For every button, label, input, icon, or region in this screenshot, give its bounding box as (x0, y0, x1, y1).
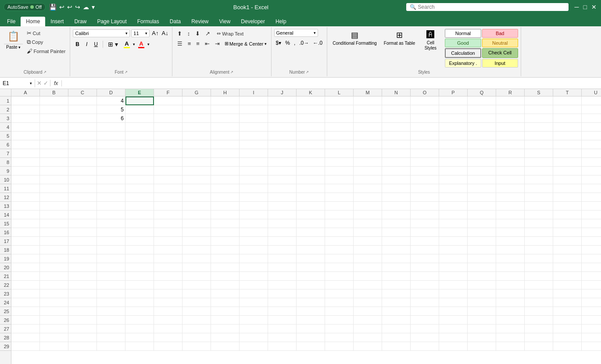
cell-S3[interactable] (525, 114, 553, 123)
cell-J4[interactable] (268, 123, 297, 132)
tab-developer[interactable]: Developer (236, 17, 270, 26)
cell-F5[interactable] (154, 132, 182, 140)
cell-Q29[interactable] (468, 342, 496, 351)
cell-C15[interactable] (68, 219, 97, 228)
cell-E25[interactable] (125, 307, 154, 316)
cell-H15[interactable] (211, 219, 240, 228)
save-icon[interactable]: 💾 (48, 3, 57, 11)
cell-B29[interactable] (40, 342, 68, 351)
cell-M11[interactable] (354, 184, 382, 193)
cell-E21[interactable] (125, 272, 154, 281)
cell-M24[interactable] (354, 298, 382, 307)
cell-C17[interactable] (68, 237, 97, 246)
cell-Q15[interactable] (468, 219, 496, 228)
cell-E10[interactable] (125, 175, 154, 184)
cell-T14[interactable] (553, 211, 582, 219)
cell-U24[interactable] (582, 298, 601, 307)
cell-K10[interactable] (297, 175, 325, 184)
cell-J13[interactable] (268, 202, 297, 211)
cell-N10[interactable] (382, 175, 411, 184)
cell-U7[interactable] (582, 149, 601, 158)
cell-T9[interactable] (553, 167, 582, 175)
cell-R22[interactable] (496, 281, 525, 289)
cell-P15[interactable] (439, 219, 468, 228)
align-bottom-button[interactable]: ⬇ (193, 29, 202, 38)
cell-D20[interactable] (97, 263, 125, 272)
cell-G15[interactable] (182, 219, 211, 228)
cell-U21[interactable] (582, 272, 601, 281)
cell-G21[interactable] (182, 272, 211, 281)
cell-G3[interactable] (182, 114, 211, 123)
cell-K2[interactable] (297, 105, 325, 114)
cell-R15[interactable] (496, 219, 525, 228)
cell-N25[interactable] (382, 307, 411, 316)
cell-S2[interactable] (525, 105, 553, 114)
cell-J15[interactable] (268, 219, 297, 228)
align-right-button[interactable]: ≡ (194, 39, 202, 48)
cell-M23[interactable] (354, 289, 382, 298)
cell-S21[interactable] (525, 272, 553, 281)
cell-Q7[interactable] (468, 149, 496, 158)
col-header-K[interactable]: K (297, 89, 325, 96)
cell-J20[interactable] (268, 263, 297, 272)
cell-U28[interactable] (582, 333, 601, 342)
cell-T17[interactable] (553, 237, 582, 246)
cell-H22[interactable] (211, 281, 240, 289)
cell-B28[interactable] (40, 333, 68, 342)
cell-N26[interactable] (382, 316, 411, 325)
cell-J26[interactable] (268, 316, 297, 325)
cell-H7[interactable] (211, 149, 240, 158)
cell-G8[interactable] (182, 158, 211, 167)
cell-R23[interactable] (496, 289, 525, 298)
cell-S6[interactable] (525, 140, 553, 149)
orientation-button[interactable]: ↗ (203, 29, 212, 38)
cell-Q16[interactable] (468, 228, 496, 237)
cell-N18[interactable] (382, 246, 411, 254)
cell-E3[interactable] (125, 114, 154, 123)
cell-O14[interactable] (411, 211, 439, 219)
cell-B25[interactable] (40, 307, 68, 316)
cell-E12[interactable] (125, 193, 154, 202)
cell-A5[interactable] (11, 132, 40, 140)
cell-I24[interactable] (240, 298, 268, 307)
cell-P29[interactable] (439, 342, 468, 351)
cell-J12[interactable] (268, 193, 297, 202)
wrap-text-button[interactable]: ⇔ Wrap Text (215, 30, 245, 37)
cell-N12[interactable] (382, 193, 411, 202)
cell-Q8[interactable] (468, 158, 496, 167)
cell-P16[interactable] (439, 228, 468, 237)
cell-S12[interactable] (525, 193, 553, 202)
cell-Q24[interactable] (468, 298, 496, 307)
cell-S15[interactable] (525, 219, 553, 228)
row-header-5[interactable]: 5 (0, 132, 11, 140)
cell-M21[interactable] (354, 272, 382, 281)
cell-J21[interactable] (268, 272, 297, 281)
cell-N3[interactable] (382, 114, 411, 123)
cell-E29[interactable] (125, 342, 154, 351)
cell-O15[interactable] (411, 219, 439, 228)
cell-Q26[interactable] (468, 316, 496, 325)
cell-J23[interactable] (268, 289, 297, 298)
cell-M6[interactable] (354, 140, 382, 149)
cell-K23[interactable] (297, 289, 325, 298)
cell-L8[interactable] (325, 158, 354, 167)
cell-E17[interactable] (125, 237, 154, 246)
cell-M27[interactable] (354, 325, 382, 333)
cell-Q1[interactable] (468, 96, 496, 105)
cell-K12[interactable] (297, 193, 325, 202)
style-good-button[interactable]: Good (445, 39, 481, 47)
cell-E16[interactable] (125, 228, 154, 237)
cell-L17[interactable] (325, 237, 354, 246)
col-header-R[interactable]: R (496, 89, 525, 96)
cell-M10[interactable] (354, 175, 382, 184)
cell-F1[interactable] (154, 96, 182, 105)
border-button[interactable]: ⊞ ▾ (105, 40, 121, 49)
cell-K19[interactable] (297, 254, 325, 263)
cell-T11[interactable] (553, 184, 582, 193)
cell-J1[interactable] (268, 96, 297, 105)
cell-J6[interactable] (268, 140, 297, 149)
row-header-11[interactable]: 11 (0, 184, 11, 193)
cell-C20[interactable] (68, 263, 97, 272)
cell-Q21[interactable] (468, 272, 496, 281)
cell-A6[interactable] (11, 140, 40, 149)
